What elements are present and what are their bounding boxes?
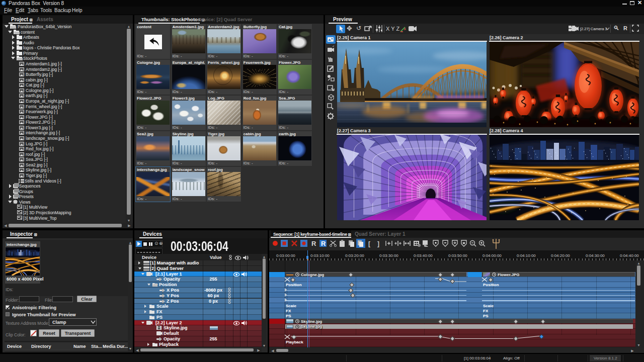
svg-text:R: R	[321, 240, 326, 247]
svg-text:R: R	[311, 240, 316, 247]
svg-text:[: [	[368, 240, 370, 247]
svg-text:]: ]	[377, 240, 379, 247]
